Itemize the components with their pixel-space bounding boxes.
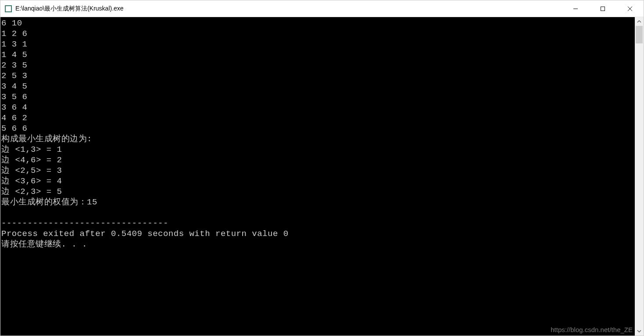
app-icon <box>5 5 12 12</box>
chevron-up-icon <box>637 19 641 24</box>
close-button[interactable] <box>616 0 644 17</box>
vertical-scrollbar[interactable] <box>635 17 644 336</box>
close-icon <box>627 6 633 11</box>
maximize-icon <box>600 6 605 11</box>
scroll-down-arrow[interactable] <box>635 327 644 336</box>
scroll-up-arrow[interactable] <box>635 17 644 26</box>
minimize-button[interactable] <box>562 0 589 17</box>
window-controls <box>562 0 644 17</box>
maximize-button[interactable] <box>589 0 616 17</box>
window-title: E:\lanqiao\最小生成树算法(Kruskal).exe <box>15 5 562 13</box>
scroll-track[interactable] <box>635 26 644 327</box>
svg-rect-1 <box>601 7 605 11</box>
console-output[interactable]: 6 10 1 2 6 1 3 1 1 4 5 2 3 5 2 5 3 3 4 5… <box>0 17 635 336</box>
console-window: E:\lanqiao\最小生成树算法(Kruskal).exe 6 10 1 2 <box>0 0 644 336</box>
scroll-thumb[interactable] <box>636 26 643 43</box>
console-area: 6 10 1 2 6 1 3 1 1 4 5 2 3 5 2 5 3 3 4 5… <box>0 17 644 336</box>
titlebar: E:\lanqiao\最小生成树算法(Kruskal).exe <box>0 0 644 17</box>
chevron-down-icon <box>637 329 641 333</box>
minimize-icon <box>573 6 578 11</box>
